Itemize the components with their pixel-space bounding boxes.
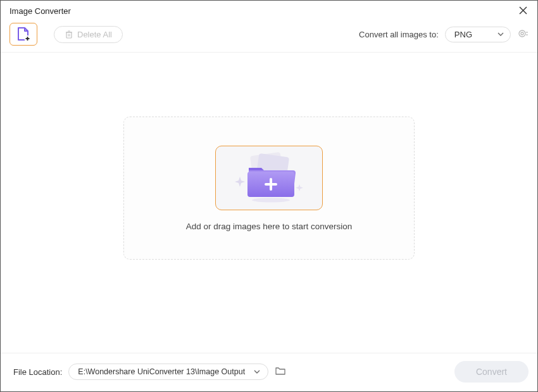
toolbar-left: Delete All [9, 23, 123, 46]
dropzone[interactable]: Add or drag images here to start convers… [123, 117, 415, 260]
add-images-button[interactable] [9, 23, 37, 46]
convert-button[interactable]: Convert [454, 361, 529, 383]
svg-point-18 [252, 198, 290, 202]
file-location-path: E:\Wondershare UniConverter 13\Image Out… [78, 367, 245, 376]
format-selected-value: PNG [454, 30, 472, 39]
settings-button[interactable] [517, 28, 529, 41]
footer: File Location: E:\Wondershare UniConvert… [1, 353, 537, 391]
chevron-down-icon [254, 370, 260, 374]
toolbar: Delete All Convert all images to: PNG [1, 19, 537, 53]
folder-plus-icon [225, 151, 313, 205]
window-title: Image Converter [9, 6, 71, 16]
delete-all-button[interactable]: Delete All [54, 26, 123, 43]
toolbar-right: Convert all images to: PNG [359, 27, 529, 42]
dropzone-instruction: Add or drag images here to start convers… [186, 222, 353, 231]
close-icon [519, 6, 527, 15]
footer-left: File Location: E:\Wondershare UniConvert… [13, 364, 286, 380]
convert-label: Convert [476, 367, 507, 377]
main-area: Add or drag images here to start convers… [1, 53, 537, 355]
titlebar: Image Converter [1, 1, 537, 19]
format-select[interactable]: PNG [445, 27, 511, 42]
trash-icon [65, 30, 73, 39]
svg-point-10 [519, 30, 525, 37]
folder-icon [275, 366, 286, 376]
file-location-select[interactable]: E:\Wondershare UniConverter 13\Image Out… [68, 364, 268, 380]
convert-all-label: Convert all images to: [359, 30, 439, 39]
close-button[interactable] [516, 4, 530, 18]
open-folder-button[interactable] [275, 366, 286, 377]
add-file-icon [15, 26, 32, 42]
add-folder-card[interactable] [215, 146, 323, 210]
file-location-label: File Location: [13, 367, 62, 377]
svg-rect-5 [66, 32, 72, 38]
delete-all-label: Delete All [77, 30, 112, 39]
chevron-down-icon [497, 32, 504, 36]
svg-point-11 [521, 32, 523, 35]
gear-icon [517, 28, 529, 39]
